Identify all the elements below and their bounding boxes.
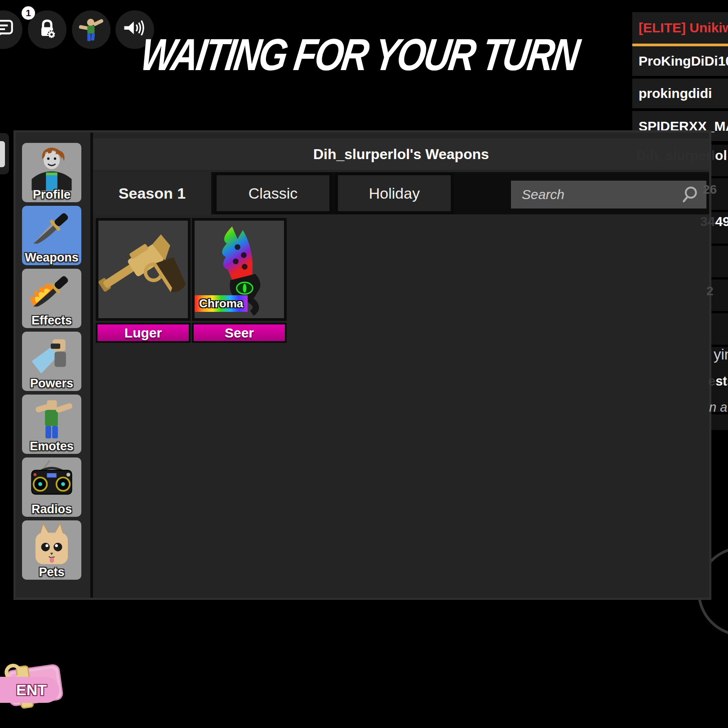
weapon-card-seer[interactable]: Chroma Seer [192, 218, 287, 343]
tab-season-1[interactable]: Season 1 [93, 172, 211, 214]
chat-fragment: n a [709, 400, 727, 415]
chat-icon [0, 18, 15, 41]
tab-bar: Season 1 Classic Holiday [93, 172, 709, 214]
sidebar-item-powers[interactable]: Powers [22, 332, 81, 391]
stat-fragment-lit: 490 [715, 214, 728, 229]
inventory-panel: Profile Weapons Effects [13, 130, 711, 600]
chroma-badge: Chroma [195, 295, 248, 312]
covered-player-name-visible: ol [715, 148, 727, 163]
player-name: prokingdidi [639, 79, 712, 108]
sidebar-item-radios[interactable]: Radios [22, 457, 81, 517]
lock-icon [35, 18, 59, 42]
search-box[interactable] [511, 181, 706, 209]
left-edge-panel-fragment-inner [0, 141, 5, 167]
sidebar-item-weapons[interactable]: Weapons [22, 206, 81, 265]
chat-notification-badge: 1 [22, 6, 35, 20]
waiting-banner: WAITING FOR YOUR TURN [138, 29, 581, 80]
player-row-elite[interactable]: [ELITE] Unikiw [632, 12, 728, 44]
stat-fragment: 26 [703, 182, 717, 197]
player-name: [ELITE] Unikiw [639, 12, 728, 44]
sidebar-item-pets[interactable]: Pets [22, 520, 81, 580]
covered-player-row: Dih_slurperlol [636, 148, 727, 163]
flaming-knife-icon [27, 269, 77, 316]
sidebar-item-profile[interactable]: Profile [22, 143, 81, 202]
roblox-character-icon [77, 16, 105, 44]
cat-icon [27, 520, 77, 568]
emote-character-button[interactable] [72, 10, 111, 49]
weapons-grid: Luger [93, 214, 709, 598]
sidebar-item-label: Profile [22, 188, 81, 202]
sidebar-item-label: Radios [22, 502, 81, 516]
chat-fragment: yin [714, 346, 728, 363]
weapon-card-luger[interactable]: Luger [96, 218, 191, 343]
sidebar-item-label: Effects [22, 314, 81, 328]
profile-avatar-icon [27, 143, 77, 191]
sidebar-item-label: Pets [22, 565, 81, 579]
sidebar-item-label: Powers [22, 377, 81, 391]
luger-gun-icon [98, 221, 188, 318]
present-button[interactable]: ENT [0, 661, 85, 728]
chat-fragment: ests [708, 374, 728, 389]
player-row[interactable]: prokingdidi [632, 79, 728, 108]
chat-button[interactable] [0, 10, 22, 49]
player-row[interactable]: ProKingDiDi10 [632, 46, 728, 76]
tab-holiday[interactable]: Holiday [335, 172, 454, 214]
weapon-name: Luger [96, 323, 191, 343]
chat-fragment-lit: sts [715, 374, 728, 388]
knife-icon [27, 206, 77, 253]
weapon-name: Seer [192, 323, 287, 343]
stat-fragment-dim: 34 [700, 214, 715, 229]
sidebar-item-emotes[interactable]: Emotes [22, 395, 81, 454]
search-icon [682, 185, 702, 204]
player-name: ProKingDiDi10 [639, 46, 728, 76]
covered-player-name-hidden: Dih_slurperl [636, 148, 715, 163]
present-label: ENT [0, 677, 59, 703]
power-beam-icon [27, 332, 77, 379]
dab-emote-icon [27, 395, 77, 442]
sidebar-item-label: Weapons [22, 251, 81, 265]
chat-fragment-dim: e [708, 374, 715, 388]
stat-fragment: 34490 [700, 214, 728, 229]
stat-fragment: 2 [706, 284, 714, 298]
search-input[interactable] [511, 181, 706, 209]
boombox-icon [27, 457, 77, 505]
sidebar-item-effects[interactable]: Effects [22, 269, 81, 328]
sidebar-item-label: Emotes [22, 439, 81, 453]
weapon-thumbnail: Chroma [192, 218, 287, 321]
inventory-title: Dih_slurperlol's Weapons [93, 138, 709, 170]
weapon-thumbnail [96, 218, 191, 321]
tab-classic[interactable]: Classic [213, 172, 333, 214]
